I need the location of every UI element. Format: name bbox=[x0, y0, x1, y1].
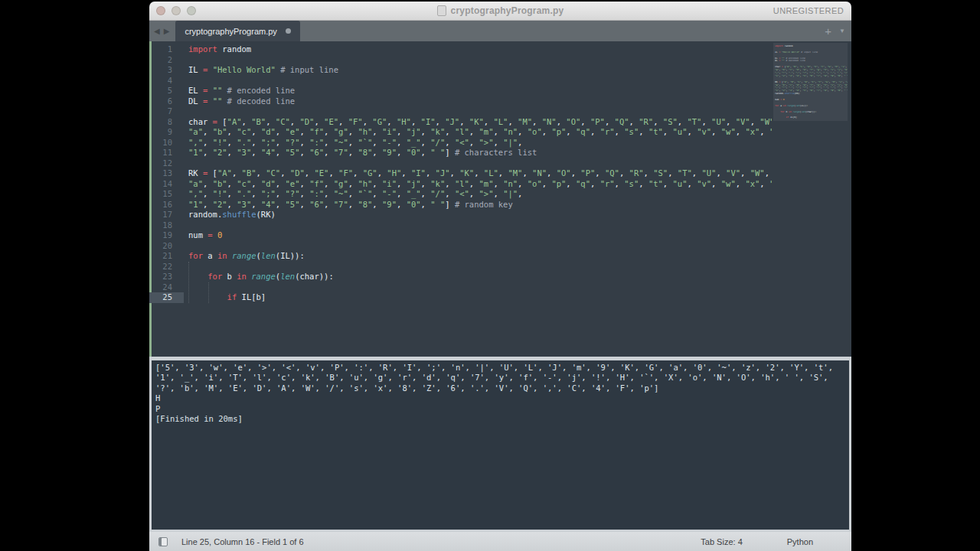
syntax-indicator[interactable]: Python bbox=[787, 537, 813, 546]
tab-size-indicator[interactable]: Tab Size: 4 bbox=[701, 537, 742, 546]
line-number[interactable]: 8 bbox=[149, 117, 184, 128]
build-output-text: ['5', '3', 'w', 'e', '>', '<', 'v', 'P',… bbox=[152, 360, 849, 426]
line-number[interactable]: 25 bbox=[149, 292, 184, 303]
line-number[interactable]: 16 bbox=[149, 200, 184, 210]
editor-region: 1234567891011121314151617181920212223242… bbox=[149, 41, 851, 357]
line-number-gutter: 1234567891011121314151617181920212223242… bbox=[149, 44, 184, 303]
traffic-lights bbox=[156, 6, 196, 15]
minimize-button[interactable] bbox=[172, 6, 181, 15]
code-line: if IL[b] bbox=[188, 292, 772, 303]
code-line bbox=[188, 106, 772, 117]
build-output-panel[interactable]: ['5', '3', 'w', 'e', '>', '<', 'v', 'P',… bbox=[149, 360, 851, 532]
code-line: EL = "" # encoded line bbox=[188, 86, 772, 96]
line-number[interactable]: 15 bbox=[149, 189, 184, 200]
line-number[interactable]: 4 bbox=[149, 76, 184, 86]
tab-overflow-icon[interactable]: ▼ bbox=[839, 28, 845, 34]
code-line: IL = "Hello World" # input line bbox=[188, 65, 772, 76]
screen-background: cryptographyProgram.py UNREGISTERED ◀ ▶ … bbox=[0, 0, 980, 551]
code-line: DL = "" # decoded line bbox=[188, 96, 772, 107]
minimap-content: import randomIL = "Hello World" # input … bbox=[775, 45, 848, 119]
line-number[interactable]: 3 bbox=[149, 65, 184, 76]
code-line: RK = ["A", "B", "C", "D", "E", "F", "G",… bbox=[188, 168, 772, 179]
code-line: for a in range(len(IL)): bbox=[188, 251, 772, 262]
line-number[interactable]: 17 bbox=[149, 210, 184, 220]
line-number[interactable]: 24 bbox=[149, 282, 184, 293]
code-line: ",", "!", ".", ";", "?", ":", "~", "`", … bbox=[188, 189, 772, 200]
code-line bbox=[188, 241, 772, 252]
line-number[interactable]: 14 bbox=[149, 179, 184, 190]
line-number[interactable]: 1 bbox=[149, 44, 184, 55]
titlebar[interactable]: cryptographyProgram.py UNREGISTERED bbox=[149, 2, 851, 21]
tab-bar-controls: + ▼ bbox=[825, 25, 845, 37]
line-number[interactable]: 19 bbox=[149, 230, 184, 241]
code-line: num = 0 bbox=[188, 230, 772, 241]
code-line: "1", "2", "3", "4", "5", "6", "7", "8", … bbox=[188, 200, 772, 210]
minimap-line: if IL[b] bbox=[775, 116, 848, 119]
code-line bbox=[188, 76, 772, 86]
tab-cryptography-program[interactable]: cryptographyProgram.py bbox=[175, 21, 299, 41]
console-line: P bbox=[155, 404, 845, 414]
code-line: ",", "!", ".", ";", "?", ":", "~", "`", … bbox=[188, 138, 772, 148]
line-number[interactable]: 20 bbox=[149, 241, 184, 252]
indent-guide bbox=[208, 282, 209, 303]
modified-indicator-icon bbox=[286, 28, 291, 34]
line-number[interactable]: 22 bbox=[149, 262, 184, 272]
console-line: ['5', '3', 'w', 'e', '>', '<', 'v', 'P',… bbox=[155, 363, 845, 373]
status-bar: Line 25, Column 16 - Field 1 of 6 Tab Si… bbox=[149, 532, 851, 551]
code-line bbox=[188, 158, 772, 169]
sublime-text-window: cryptographyProgram.py UNREGISTERED ◀ ▶ … bbox=[149, 2, 851, 551]
code-line: for b in range(len(char)): bbox=[188, 272, 772, 282]
tab-nav-arrows: ◀ ▶ bbox=[154, 27, 169, 35]
code-line bbox=[188, 220, 772, 231]
code-line: random.shuffle(RK) bbox=[188, 210, 772, 220]
window-title-group: cryptographyProgram.py bbox=[149, 2, 851, 20]
line-number[interactable]: 13 bbox=[149, 168, 184, 179]
indent-guide bbox=[188, 262, 189, 303]
close-button[interactable] bbox=[156, 6, 165, 15]
code-line bbox=[188, 262, 772, 272]
tab-bar: ◀ ▶ cryptographyProgram.py + ▼ bbox=[149, 21, 851, 41]
code-editor[interactable]: import randomIL = "Hello World" # input … bbox=[188, 44, 772, 303]
console-line: [Finished in 20ms] bbox=[155, 414, 845, 424]
tab-label: cryptographyProgram.py bbox=[185, 27, 276, 36]
line-number[interactable]: 12 bbox=[149, 158, 184, 169]
line-number[interactable]: 5 bbox=[149, 86, 184, 96]
line-number[interactable]: 11 bbox=[149, 148, 184, 158]
new-tab-icon[interactable]: + bbox=[825, 25, 831, 37]
code-line: char = ["A", "B", "C", "D", "E", "F", "G… bbox=[188, 117, 772, 128]
minimap-line: "1", "2", "3", "4", "5", "6", "7", "8", … bbox=[775, 75, 848, 78]
line-number[interactable]: 2 bbox=[149, 55, 184, 66]
code-line: import random bbox=[188, 44, 772, 55]
line-number[interactable]: 23 bbox=[149, 272, 184, 282]
code-line: "a", "b", "c", "d", "e", "f", "g", "h", … bbox=[188, 179, 772, 190]
cursor-position: Line 25, Column 16 - Field 1 of 6 bbox=[181, 537, 304, 546]
registration-status: UNREGISTERED bbox=[773, 6, 844, 15]
code-line bbox=[188, 282, 772, 293]
line-number[interactable]: 10 bbox=[149, 138, 184, 148]
console-line: '1', '_', 'i', 'T', 'l', 'c', 'k', 'B', … bbox=[155, 373, 845, 383]
code-line: "a", "b", "c", "d", "e", "f", "g", "h", … bbox=[188, 127, 772, 138]
forward-arrow-icon[interactable]: ▶ bbox=[164, 27, 170, 35]
minimap[interactable]: import randomIL = "Hello World" # input … bbox=[773, 43, 848, 357]
console-line: H bbox=[155, 393, 845, 403]
line-number[interactable]: 9 bbox=[149, 127, 184, 138]
line-number[interactable]: 7 bbox=[149, 106, 184, 117]
zoom-button[interactable] bbox=[187, 6, 196, 15]
status-bar-right: Tab Size: 4 Python bbox=[701, 537, 813, 546]
code-line: "1", "2", "3", "4", "5", "6", "7", "8", … bbox=[188, 148, 772, 158]
line-number[interactable]: 6 bbox=[149, 96, 184, 107]
back-arrow-icon[interactable]: ◀ bbox=[154, 27, 160, 35]
line-number[interactable]: 18 bbox=[149, 220, 184, 231]
panel-toggle-icon[interactable] bbox=[158, 537, 168, 546]
window-title: cryptographyProgram.py bbox=[451, 5, 564, 16]
code-line bbox=[188, 55, 772, 66]
console-line: '?', 'b', 'M', 'E', 'D', 'A', 'W', '/', … bbox=[155, 383, 845, 393]
document-icon bbox=[437, 5, 446, 16]
line-number[interactable]: 21 bbox=[149, 251, 184, 262]
